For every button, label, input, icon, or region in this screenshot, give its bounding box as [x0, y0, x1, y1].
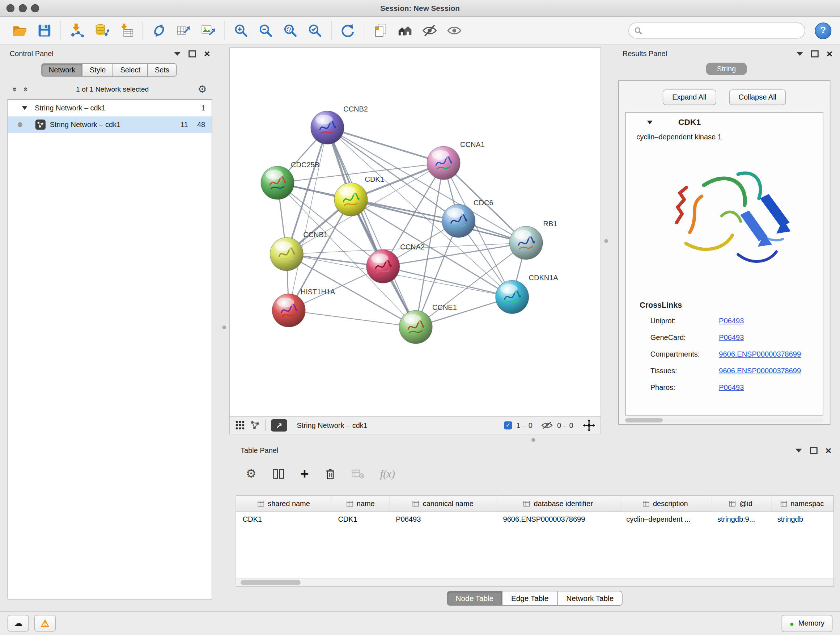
apply-layout-button[interactable]	[335, 19, 360, 42]
network-edge[interactable]	[289, 127, 327, 310]
network-node-CDC25B[interactable]	[261, 166, 294, 200]
network-node-CCNE1[interactable]	[399, 310, 432, 344]
export-table-button[interactable]	[172, 19, 196, 42]
network-row-selected[interactable]: String Network – cdk1 11 48	[8, 116, 212, 133]
add-column-icon[interactable]: +	[300, 467, 309, 481]
tab-sets[interactable]: Sets	[147, 63, 177, 77]
export-image-button[interactable]	[196, 19, 221, 42]
column-header-canonical-name[interactable]: canonical name	[390, 496, 497, 511]
network-edge[interactable]	[327, 127, 416, 327]
network-canvas[interactable]: CCNB2CCNA1CDC25BCDK1CDC6RB1CCNB1CCNA2CDK…	[230, 48, 600, 416]
gene-disclosure-icon[interactable]	[647, 120, 653, 124]
import-network-file-button[interactable]	[65, 19, 89, 42]
grid-view-icon[interactable]	[235, 420, 245, 430]
table-cell[interactable]: cyclin–dependent ...	[620, 511, 711, 527]
network-edge[interactable]	[289, 310, 416, 327]
column-header--id[interactable]: @id	[711, 496, 771, 511]
column-header-description[interactable]: description	[620, 496, 711, 511]
float-panel-icon[interactable]	[811, 50, 819, 57]
zoom-out-button[interactable]	[253, 19, 278, 42]
tab-select[interactable]: Select	[113, 63, 148, 77]
network-options-gear-icon[interactable]: ⚙	[197, 84, 207, 94]
open-session-button[interactable]	[8, 19, 32, 42]
help-button[interactable]: ?	[815, 22, 831, 39]
collapse-panel-icon[interactable]	[174, 52, 180, 55]
warnings-button[interactable]: ⚠	[34, 615, 56, 632]
import-network-database-button[interactable]	[89, 19, 114, 42]
cloud-button[interactable]: ☁	[8, 615, 29, 632]
delete-column-trash-icon[interactable]	[325, 468, 335, 480]
zoom-fit-button[interactable]	[278, 19, 303, 42]
tab-style[interactable]: Style	[82, 63, 113, 77]
network-view[interactable]: CCNB2CCNA1CDC25BCDK1CDC6RB1CCNB1CCNA2CDK…	[229, 47, 601, 434]
copy-document-button[interactable]	[368, 19, 393, 42]
collapse-panel-icon[interactable]	[797, 52, 803, 55]
network-node-CDC6[interactable]	[442, 204, 475, 238]
network-node-HIST1H1A[interactable]	[272, 294, 305, 327]
scrollbar-thumb[interactable]	[240, 580, 301, 585]
network-node-CCNA2[interactable]	[366, 250, 400, 283]
crosslink-link[interactable]: 9606.ENSP00000378699	[719, 350, 801, 358]
crosslink-link[interactable]: 9606.ENSP00000378699	[719, 367, 801, 375]
search-box[interactable]	[628, 22, 805, 38]
crosslink-link[interactable]: P06493	[719, 333, 744, 341]
selected-checkbox-icon[interactable]: ✓	[504, 421, 512, 429]
collapse-all-button[interactable]: Collapse All	[729, 89, 786, 105]
zoom-in-button[interactable]	[229, 19, 253, 42]
expand-all-button[interactable]: Expand All	[663, 89, 716, 105]
tab-network-table[interactable]: Network Table	[557, 591, 622, 606]
crosslink-link[interactable]: P06493	[719, 383, 744, 391]
hide-graphics-button[interactable]	[417, 19, 442, 42]
crosslink-link[interactable]: P06493	[719, 317, 744, 325]
table-row[interactable]: CDK1CDK1P064939606.ENSP00000378699cyclin…	[236, 511, 833, 527]
network-edge[interactable]	[383, 266, 512, 297]
houses-button[interactable]	[393, 19, 417, 42]
column-header-database-identifier[interactable]: database identifier	[497, 496, 620, 511]
network-node-CDKN1A[interactable]	[496, 280, 529, 314]
column-header-name[interactable]: name	[332, 496, 390, 511]
save-session-button[interactable]	[32, 19, 57, 42]
vertical-splitter-handle[interactable]	[604, 239, 608, 242]
memory-button[interactable]: ● Memory	[782, 615, 832, 632]
network-node-CCNA1[interactable]	[427, 146, 460, 180]
scrollbar-thumb[interactable]	[625, 418, 663, 423]
network-node-RB1[interactable]	[509, 226, 543, 260]
float-panel-icon[interactable]	[810, 447, 818, 454]
column-header-namespac[interactable]: namespac	[771, 496, 834, 511]
network-node-CCNB2[interactable]	[311, 111, 344, 144]
table-horizontal-scrollbar[interactable]	[236, 578, 834, 586]
table-cell[interactable]: stringdb:9...	[711, 511, 771, 527]
import-table-button[interactable]	[114, 19, 139, 42]
pan-crosshair-icon[interactable]	[583, 419, 595, 431]
table-cell[interactable]: 9606.ENSP00000378699	[497, 511, 620, 527]
horizontal-splitter-handle[interactable]	[531, 438, 535, 442]
close-panel-icon[interactable]: ×	[204, 49, 210, 59]
network-node-CDK1[interactable]	[334, 183, 368, 216]
collection-disclosure-icon[interactable]	[22, 106, 27, 110]
results-horizontal-scrollbar[interactable]	[625, 418, 823, 423]
column-header-shared-name[interactable]: shared name	[236, 496, 332, 511]
search-input[interactable]	[646, 26, 799, 35]
vertical-splitter-handle[interactable]	[223, 325, 226, 329]
tab-string[interactable]: String	[706, 63, 746, 75]
new-network-from-selection-button[interactable]	[147, 19, 172, 42]
network-collection-row[interactable]: String Network – cdk1 1	[8, 100, 212, 116]
tab-edge-table[interactable]: Edge Table	[502, 591, 558, 606]
close-panel-icon[interactable]: ×	[827, 49, 832, 59]
gene-header-row[interactable]: CDK1	[626, 112, 823, 132]
share-network-icon[interactable]	[250, 420, 260, 430]
network-node-CCNB1[interactable]	[270, 238, 303, 271]
table-cell[interactable]: P06493	[390, 511, 497, 527]
collapse-all-networks-icon[interactable]: »	[20, 87, 29, 91]
show-columns-icon[interactable]	[272, 469, 284, 479]
expand-all-networks-icon[interactable]: »	[11, 87, 19, 91]
table-cell[interactable]: CDK1	[332, 511, 390, 527]
table-cell[interactable]: CDK1	[236, 511, 332, 527]
table-cell[interactable]: stringdb	[771, 511, 834, 527]
show-graphics-button[interactable]	[442, 19, 467, 42]
tab-network[interactable]: Network	[41, 63, 83, 77]
collapse-panel-icon[interactable]	[796, 448, 802, 452]
close-panel-icon[interactable]: ×	[826, 445, 831, 455]
network-edge[interactable]	[327, 127, 444, 163]
float-panel-icon[interactable]	[188, 50, 196, 57]
